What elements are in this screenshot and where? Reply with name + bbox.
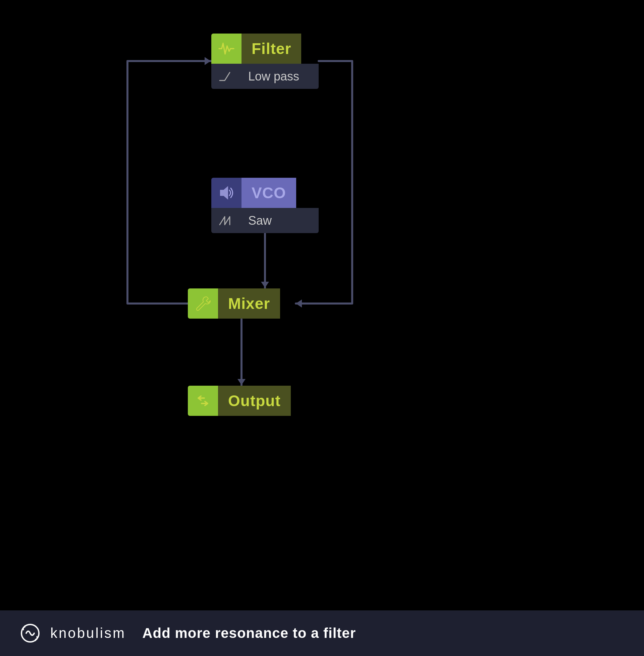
lowpass-icon bbox=[218, 70, 235, 83]
filter-icon-box bbox=[211, 33, 242, 64]
vco-title-box: VCO bbox=[242, 178, 296, 208]
svg-marker-4 bbox=[221, 187, 228, 199]
brand-name: knobulism bbox=[50, 625, 126, 641]
speaker-icon bbox=[218, 184, 235, 202]
output-icon-box bbox=[188, 386, 218, 416]
output-node[interactable]: Output bbox=[188, 386, 295, 416]
mixer-title-box: Mixer bbox=[218, 288, 280, 319]
filter-node[interactable]: Filter Low pass bbox=[211, 33, 319, 89]
svg-marker-3 bbox=[237, 379, 246, 385]
filter-subtitle: Low pass bbox=[242, 69, 306, 84]
mixer-title: Mixer bbox=[228, 295, 270, 312]
lowpass-icon-box bbox=[211, 64, 242, 89]
waveform-icon bbox=[218, 40, 235, 57]
vco-icon-box bbox=[211, 178, 242, 208]
bottom-bar: knobulism Add more resonance to a filter bbox=[0, 610, 644, 656]
svg-marker-0 bbox=[296, 300, 302, 307]
wrench-icon bbox=[194, 295, 212, 312]
bottom-bar-text: knobulism Add more resonance to a filter bbox=[50, 625, 356, 641]
canvas-area: Filter Low pass bbox=[0, 0, 644, 610]
output-title: Output bbox=[228, 392, 281, 410]
vco-title: VCO bbox=[252, 184, 286, 202]
vco-node[interactable]: VCO Saw bbox=[211, 178, 319, 233]
svg-marker-2 bbox=[261, 282, 269, 288]
svg-marker-1 bbox=[205, 57, 211, 65]
mixer-icon-box bbox=[188, 288, 218, 319]
vco-bottom: Saw bbox=[211, 208, 319, 233]
mixer-node[interactable]: Mixer bbox=[188, 288, 295, 319]
output-title-box: Output bbox=[218, 386, 291, 416]
saw-icon bbox=[218, 214, 235, 227]
filter-title: Filter bbox=[252, 40, 291, 58]
saw-icon-box bbox=[211, 208, 242, 233]
vco-subtitle: Saw bbox=[242, 214, 278, 228]
connections-svg bbox=[0, 0, 644, 610]
filter-bottom: Low pass bbox=[211, 64, 319, 89]
filter-title-box: Filter bbox=[242, 33, 301, 64]
io-icon bbox=[194, 392, 212, 409]
bottom-bar-tagline: Add more resonance to a filter bbox=[142, 625, 356, 641]
knobulism-logo-icon bbox=[20, 623, 40, 643]
